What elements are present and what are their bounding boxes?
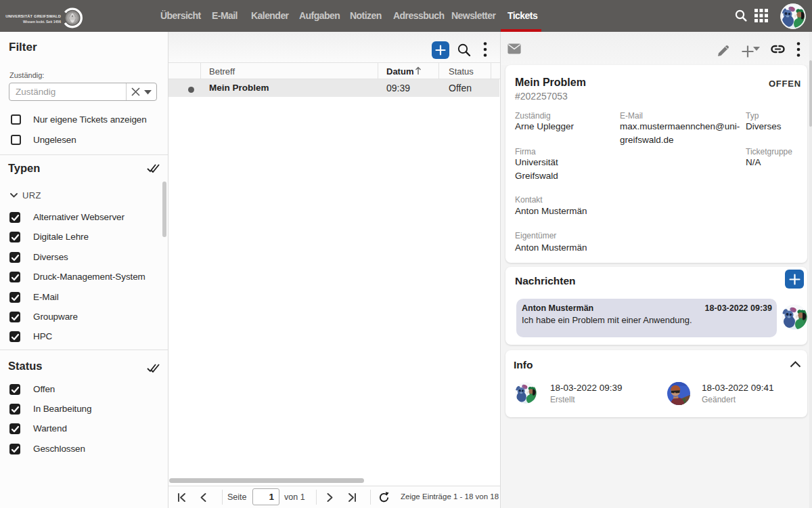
svg-text:UNIVERSITÄT GREIFSWALD: UNIVERSITÄT GREIFSWALD [5,14,61,18]
svg-text:Wissen lockt. Seit 1456: Wissen lockt. Seit 1456 [23,20,61,24]
